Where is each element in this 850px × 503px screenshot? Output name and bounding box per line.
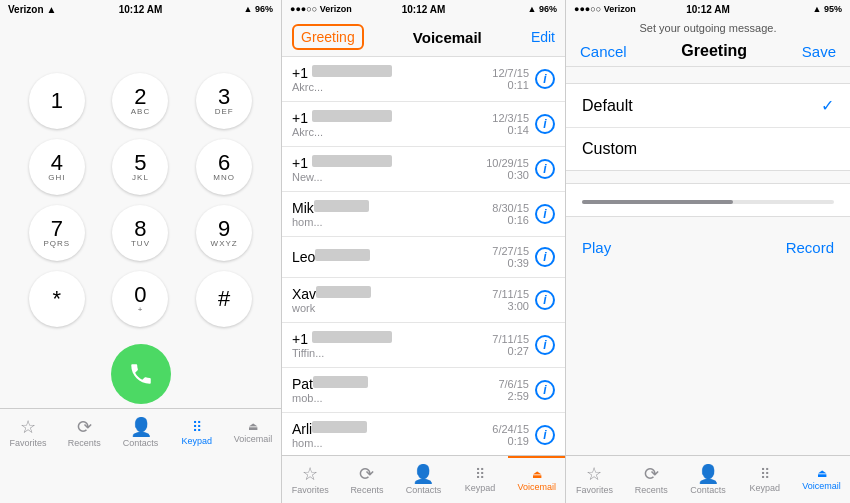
call-button[interactable] <box>111 344 171 404</box>
voicemail-item-1[interactable]: +1 Akrc... 12/3/15 0:14 i <box>282 102 565 147</box>
greeting-cancel-button[interactable]: Cancel <box>580 43 627 60</box>
tab-keypad-3[interactable]: ⠿ Keypad <box>736 456 793 503</box>
greeting-option-custom[interactable]: Custom <box>566 128 850 170</box>
info-icon-3[interactable]: i <box>535 204 555 224</box>
time-1: 10:12 AM <box>119 4 163 15</box>
tab-keypad-label-2: Keypad <box>465 483 496 493</box>
play-button[interactable]: Play <box>582 239 611 256</box>
voicemail-item-0[interactable]: +1 Akrc... 12/7/15 0:11 i <box>282 57 565 102</box>
greeting-actions: Play Record <box>566 225 850 270</box>
tab-recents-label-1: Recents <box>68 438 101 448</box>
status-bar-1: Verizon ▲ 10:12 AM ▲ 96% <box>0 0 281 18</box>
greeting-save-button[interactable]: Save <box>802 43 836 60</box>
info-icon-0[interactable]: i <box>535 69 555 89</box>
tab-favorites-2[interactable]: ☆ Favorites <box>282 456 339 503</box>
tab-favorites-1[interactable]: ☆ Favorites <box>0 409 56 456</box>
tab-recents-label-2: Recents <box>350 485 383 495</box>
voicemail-item-2[interactable]: +1 New... 10/29/15 0:30 i <box>282 147 565 192</box>
tab-voicemail-2[interactable]: ⏏ Voicemail <box>508 456 565 503</box>
greeting-top-message: Set your outgoing message. <box>566 18 850 36</box>
info-icon-2[interactable]: i <box>535 159 555 179</box>
key-0[interactable]: 0+ <box>112 271 168 327</box>
tab-favorites-label-3: Favorites <box>576 485 613 495</box>
info-icon-4[interactable]: i <box>535 247 555 267</box>
voicemail-icon-1: ⏏ <box>248 421 258 432</box>
battery-1: ▲ 96% <box>244 4 273 14</box>
tab-contacts-label-3: Contacts <box>690 485 726 495</box>
key-7[interactable]: 7PQRS <box>29 205 85 261</box>
record-button[interactable]: Record <box>786 239 834 256</box>
tab-contacts-2[interactable]: 👤 Contacts <box>395 456 452 503</box>
audio-track-bg <box>582 200 834 204</box>
edit-button[interactable]: Edit <box>531 29 555 45</box>
greeting-nav: Cancel Greeting Save <box>566 36 850 67</box>
time-3: 10:12 AM <box>686 4 730 15</box>
voicemail-item-4[interactable]: Leo 7/27/15 0:39 i <box>282 237 565 278</box>
greeting-option-default[interactable]: Default ✓ <box>566 84 850 128</box>
key-6[interactable]: 6MNO <box>196 139 252 195</box>
voicemail-panel: ●●●○○ Verizon 10:12 AM ▲ 96% Greeting Vo… <box>282 0 566 503</box>
battery-2: ▲ 96% <box>528 4 557 14</box>
key-star[interactable]: * <box>29 271 85 327</box>
voicemail-item-5[interactable]: Xav work 7/11/15 3:00 i <box>282 278 565 323</box>
key-hash[interactable]: # <box>196 271 252 327</box>
tab-keypad-2[interactable]: ⠿ Keypad <box>452 456 509 503</box>
keypad-grid: 1 2ABC 3DEF 4GHI 5JKL 6MNO 7PQRS 8TUV 9W… <box>0 68 281 332</box>
status-right-1: ▲ 96% <box>244 4 273 14</box>
key-2[interactable]: 2ABC <box>112 73 168 129</box>
status-bar-2: ●●●○○ Verizon 10:12 AM ▲ 96% <box>282 0 565 18</box>
tab-recents-1[interactable]: ⟳ Recents <box>56 409 112 456</box>
tab-favorites-3[interactable]: ☆ Favorites <box>566 456 623 503</box>
status-left-1: Verizon ▲ <box>8 4 56 15</box>
favorites-icon-3: ☆ <box>586 465 602 483</box>
voicemail-item-6[interactable]: +1 Tiffin... 7/11/15 0:27 i <box>282 323 565 368</box>
voicemail-item-8[interactable]: Arli hom... 6/24/15 0:19 i <box>282 413 565 455</box>
tab-contacts-1[interactable]: 👤 Contacts <box>112 409 168 456</box>
voicemail-icon-3: ⏏ <box>817 468 827 479</box>
info-icon-5[interactable]: i <box>535 290 555 310</box>
voicemail-item-7[interactable]: Pat mob... 7/6/15 2:59 i <box>282 368 565 413</box>
greeting-audio-bar <box>566 183 850 217</box>
tab-recents-2[interactable]: ⟳ Recents <box>339 456 396 503</box>
key-1[interactable]: 1 <box>29 73 85 129</box>
info-icon-8[interactable]: i <box>535 425 555 445</box>
tab-voicemail-1[interactable]: ⏏ Voicemail <box>225 409 281 456</box>
call-button-wrap <box>0 332 281 408</box>
key-8[interactable]: 8TUV <box>112 205 168 261</box>
phone-icon <box>128 361 154 387</box>
wifi-icon-1: ▲ <box>47 4 57 15</box>
favorites-icon-2: ☆ <box>302 465 318 483</box>
tab-keypad-label-3: Keypad <box>750 483 781 493</box>
tab-favorites-label-2: Favorites <box>292 485 329 495</box>
key-3[interactable]: 3DEF <box>196 73 252 129</box>
status-bar-3: ●●●○○ Verizon 10:12 AM ▲ 95% <box>566 0 850 18</box>
info-icon-7[interactable]: i <box>535 380 555 400</box>
key-5[interactable]: 5JKL <box>112 139 168 195</box>
tab-contacts-3[interactable]: 👤 Contacts <box>680 456 737 503</box>
keypad-panel: Verizon ▲ 10:12 AM ▲ 96% 1 2ABC 3DEF 4GH… <box>0 0 282 503</box>
voicemail-item-3[interactable]: Mik hom... 8/30/15 0:16 i <box>282 192 565 237</box>
tab-recents-3[interactable]: ⟳ Recents <box>623 456 680 503</box>
tab-voicemail-label-1: Voicemail <box>234 434 273 444</box>
tab-keypad-1[interactable]: ⠿ Keypad <box>169 409 225 456</box>
greeting-tab-button[interactable]: Greeting <box>292 24 364 50</box>
carrier-1: Verizon <box>8 4 44 15</box>
tab-contacts-label-1: Contacts <box>123 438 159 448</box>
tab-voicemail-label-3: Voicemail <box>802 481 841 491</box>
key-4[interactable]: 4GHI <box>29 139 85 195</box>
key-9[interactable]: 9WXYZ <box>196 205 252 261</box>
greeting-options: Default ✓ Custom <box>566 83 850 171</box>
tab-contacts-label-2: Contacts <box>406 485 442 495</box>
audio-track-filled <box>582 200 733 204</box>
info-icon-1[interactable]: i <box>535 114 555 134</box>
voicemail-tab-label: Voicemail <box>413 29 482 46</box>
voicemail-header: Greeting Voicemail Edit <box>282 18 565 57</box>
battery-3: ▲ 95% <box>813 4 842 14</box>
tab-voicemail-3[interactable]: ⏏ Voicemail <box>793 456 850 503</box>
tab-voicemail-label-2: Voicemail <box>517 482 556 492</box>
info-icon-6[interactable]: i <box>535 335 555 355</box>
favorites-icon-1: ☆ <box>20 418 36 436</box>
contacts-icon-3: 👤 <box>697 465 719 483</box>
carrier-3: ●●●○○ Verizon <box>574 4 636 14</box>
tab-recents-label-3: Recents <box>635 485 668 495</box>
